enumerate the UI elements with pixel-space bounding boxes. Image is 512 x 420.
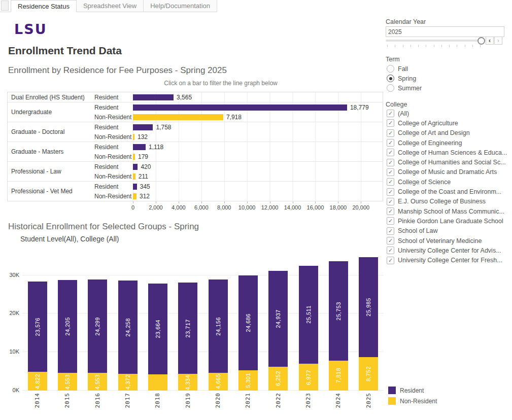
- chevron-right-icon[interactable]: ›: [494, 37, 502, 45]
- non-resident-bar[interactable]: [133, 154, 135, 160]
- checkbox-label: University College Center for Advis...: [398, 247, 501, 254]
- college-option[interactable]: ✓College of Art and Design: [387, 128, 507, 138]
- calendar-year-slider-handle[interactable]: [477, 37, 485, 45]
- college-option[interactable]: ✓Manship School of Mass Communic...: [387, 206, 507, 216]
- stacked-bar[interactable]: 24,9376,252: [263, 252, 293, 391]
- stacked-bar[interactable]: 23,7174,334: [173, 252, 203, 391]
- college-option[interactable]: ✓University College Center for Fresh...: [387, 255, 507, 265]
- resident-bar[interactable]: [133, 144, 146, 150]
- stacked-bar[interactable]: 24,2584,372: [113, 252, 143, 391]
- non-resident-segment[interactable]: 6,252: [268, 367, 288, 391]
- tab-scroll-stub[interactable]: [1, 1, 9, 11]
- checkbox-icon: ✓: [387, 257, 394, 264]
- term-option-summer[interactable]: Summer: [387, 83, 422, 93]
- stacked-bar[interactable]: 23,664: [143, 252, 173, 391]
- non-resident-segment[interactable]: 4,372: [118, 374, 138, 391]
- segment-value-label: 4,553: [64, 374, 71, 390]
- checkbox-label: College of Engineering: [398, 139, 462, 147]
- college-option[interactable]: ✓University College Center for Advis...: [387, 246, 507, 255]
- resident-segment[interactable]: 25,985: [359, 257, 378, 357]
- bar-row: Resident420: [94, 162, 383, 171]
- college-option[interactable]: ✓Pinkie Gordon Lane Graduate School: [387, 216, 507, 226]
- resident-segment[interactable]: 23,576: [28, 282, 47, 372]
- legend-item[interactable]: Non-Resident: [388, 397, 437, 405]
- non-resident-segment[interactable]: 4,553: [58, 373, 77, 391]
- checkbox-icon: ✓: [387, 247, 394, 254]
- college-option[interactable]: ✓College of Science: [387, 177, 507, 187]
- resident-segment[interactable]: 25,511: [299, 266, 318, 364]
- resident-segment[interactable]: 25,753: [329, 261, 348, 360]
- resident-bar[interactable]: [133, 124, 153, 130]
- stacked-bar[interactable]: 24,2054,553: [52, 252, 82, 391]
- college-option[interactable]: ✓(All): [387, 109, 507, 118]
- historical-chart-bars: 23,5764,82224,2054,55324,2994,55324,2584…: [22, 252, 384, 391]
- non-resident-bar[interactable]: [133, 114, 223, 120]
- college-option[interactable]: ✓School of Veterinary Medicine: [387, 236, 507, 246]
- slider-tick: [395, 45, 395, 47]
- resident-bar[interactable]: [133, 184, 137, 190]
- non-resident-bar[interactable]: [133, 134, 134, 140]
- residence-group: Graduate - MastersResident1,118Non-Resid…: [8, 142, 383, 161]
- chevron-left-icon[interactable]: ‹: [486, 37, 494, 45]
- resident-segment[interactable]: 24,205: [58, 280, 77, 373]
- college-checkbox-list: ✓(All)✓College of Agriculture✓College of…: [387, 109, 507, 265]
- tab-spreadsheet-view[interactable]: Spreadsheet View: [77, 0, 144, 12]
- non-resident-segment[interactable]: 5,301: [238, 370, 258, 391]
- legend-item[interactable]: Resident: [388, 387, 437, 394]
- college-option[interactable]: ✓College of the Coast and Environm...: [387, 187, 507, 196]
- calendar-year-slider-ticks: [387, 45, 481, 47]
- calendar-year-input[interactable]: [386, 26, 504, 37]
- non-resident-segment[interactable]: [148, 374, 167, 391]
- stacked-bar[interactable]: 24,1564,665: [203, 252, 233, 391]
- radio-icon: [387, 75, 394, 82]
- non-resident-bar[interactable]: [133, 173, 135, 180]
- non-resident-segment[interactable]: 4,334: [178, 374, 197, 391]
- college-option[interactable]: ✓College of Human Sciences & Educa...: [387, 148, 507, 157]
- college-option[interactable]: ✓School of Law: [387, 226, 507, 236]
- tab-residence-status[interactable]: Residence Status: [11, 0, 77, 12]
- resident-segment[interactable]: 23,664: [148, 284, 167, 374]
- residence-type-label: Non-Resident: [94, 153, 133, 160]
- stacked-bar[interactable]: 25,7537,818: [323, 252, 353, 391]
- stacked-bar[interactable]: 23,5764,822: [22, 252, 52, 391]
- resident-bar[interactable]: [133, 104, 347, 111]
- college-option[interactable]: ✓College of Agriculture: [387, 118, 507, 128]
- college-option[interactable]: ✓College of Engineering: [387, 138, 507, 148]
- resident-segment[interactable]: 24,937: [268, 271, 288, 367]
- non-resident-bar[interactable]: [133, 193, 136, 199]
- legend-label: Non-Resident: [400, 398, 437, 405]
- year-label: 2021: [233, 393, 263, 408]
- resident-bar[interactable]: [133, 164, 138, 170]
- stacked-bar[interactable]: 25,9858,752: [354, 252, 384, 391]
- checkbox-label: Manship School of Mass Communic...: [398, 208, 504, 215]
- tab-help-documentation[interactable]: Help/Documentation: [144, 0, 217, 12]
- resident-segment[interactable]: 24,686: [238, 275, 258, 370]
- y-tick-label: 20K: [9, 310, 19, 316]
- stacked-bar[interactable]: 24,6865,301: [233, 252, 263, 391]
- stacked-bar[interactable]: 24,2994,553: [83, 252, 113, 391]
- resident-segment[interactable]: 24,156: [209, 279, 228, 372]
- stacked-bar[interactable]: 25,5116,977: [293, 252, 323, 391]
- non-resident-segment[interactable]: 6,977: [299, 364, 318, 391]
- resident-bar[interactable]: [133, 94, 174, 100]
- resident-segment[interactable]: 23,717: [178, 283, 197, 374]
- bar-row: Non-Resident7,918: [94, 112, 383, 122]
- segment-value-label: 24,258: [125, 318, 131, 337]
- term-option-spring[interactable]: Spring: [387, 74, 422, 83]
- non-resident-segment[interactable]: 4,553: [88, 373, 107, 391]
- resident-segment[interactable]: 24,299: [88, 279, 107, 373]
- college-option[interactable]: ✓E.J. Ourso College of Business: [387, 197, 507, 206]
- non-resident-segment[interactable]: 4,665: [209, 373, 228, 391]
- slider-tick: [441, 45, 442, 47]
- college-option[interactable]: ✓College of Music and Dramatic Arts: [387, 167, 507, 177]
- non-resident-segment[interactable]: 4,822: [28, 372, 47, 391]
- non-resident-segment[interactable]: 8,752: [359, 357, 378, 391]
- x-tick-mark: [247, 201, 248, 203]
- checkbox-label: College of Humanities and Social Sc...: [398, 159, 506, 166]
- calendar-year-slider-track[interactable]: [386, 40, 480, 42]
- x-tick-mark: [315, 201, 316, 203]
- non-resident-segment[interactable]: 7,818: [329, 361, 348, 391]
- college-option[interactable]: ✓College of Humanities and Social Sc...: [387, 157, 507, 167]
- resident-segment[interactable]: 24,258: [118, 281, 138, 374]
- term-option-fall[interactable]: Fall: [387, 64, 422, 74]
